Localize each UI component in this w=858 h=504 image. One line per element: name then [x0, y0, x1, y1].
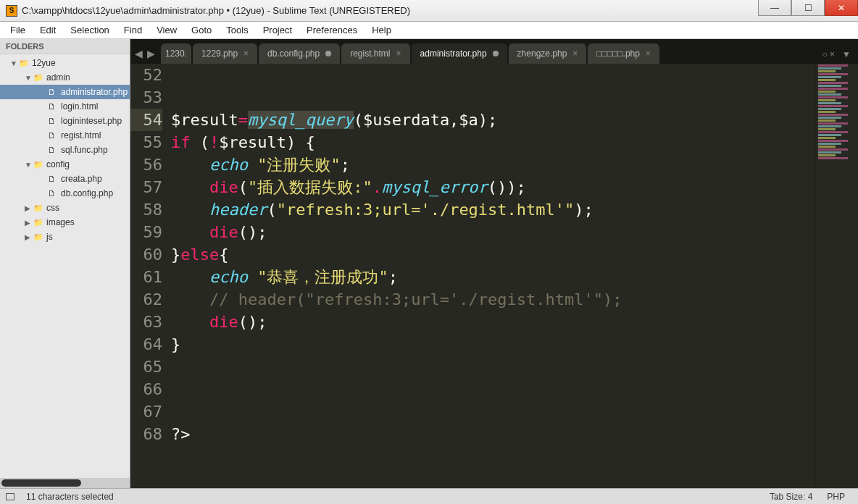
- tree-item[interactable]: ▼📁12yue: [0, 56, 130, 70]
- status-selection: 11 characters selected: [19, 492, 121, 502]
- app-icon: S: [6, 5, 17, 17]
- tab-close-icon[interactable]: ×: [396, 49, 401, 59]
- menu-file[interactable]: File: [3, 22, 33, 38]
- code-lines[interactable]: $result=mysql_query($userdata,$a);if (!$…: [171, 64, 815, 488]
- line-gutter[interactable]: 5253545556575859606162636465666768: [130, 64, 171, 488]
- titlebar: S C:\xampp\htdocs\12yue\admin\administra…: [0, 0, 858, 22]
- tab-close-icon[interactable]: ×: [646, 49, 651, 59]
- tab-menu-icon[interactable]: ▼: [842, 49, 858, 64]
- minimap[interactable]: [815, 64, 858, 488]
- tree-item[interactable]: 🗋creata.php: [0, 172, 130, 186]
- menu-preferences[interactable]: Preferences: [299, 22, 365, 38]
- main-area: FOLDERS ▼📁12yue▼📁admin🗋administrator.php…: [0, 39, 858, 488]
- window-title: C:\xampp\htdocs\12yue\admin\administrato…: [22, 5, 758, 16]
- sidebar-header: FOLDERS: [0, 39, 130, 54]
- tab-close-icon[interactable]: ×: [572, 49, 578, 59]
- tab[interactable]: regist.html×: [341, 43, 409, 64]
- close-button[interactable]: ✕: [825, 0, 858, 16]
- tree-item[interactable]: 🗋login.html: [0, 99, 130, 114]
- menu-help[interactable]: Help: [365, 22, 399, 38]
- tab[interactable]: administrator.php: [412, 43, 507, 64]
- panel-icon[interactable]: [6, 493, 14, 500]
- tree-item[interactable]: 🗋sql.func.php: [0, 143, 130, 157]
- sidebar-scrollbar[interactable]: [0, 478, 130, 488]
- nav-back-icon[interactable]: ◀: [135, 48, 143, 59]
- tree-item[interactable]: ▶📁css: [0, 201, 130, 215]
- folder-tree[interactable]: ▼📁12yue▼📁admin🗋administrator.php🗋login.h…: [0, 54, 130, 478]
- maximize-button[interactable]: ☐: [791, 0, 825, 16]
- menu-edit[interactable]: Edit: [33, 22, 63, 38]
- status-syntax[interactable]: PHP: [820, 492, 852, 502]
- menubar: FileEditSelectionFindViewGotoToolsProjec…: [0, 22, 858, 39]
- minimize-button[interactable]: —: [758, 0, 791, 16]
- window-controls: — ☐ ✕: [758, 0, 858, 21]
- tree-item[interactable]: 🗋regist.html: [0, 128, 130, 143]
- code-area[interactable]: 5253545556575859606162636465666768 $resu…: [130, 64, 858, 488]
- tab[interactable]: □□□□□.php×: [588, 43, 659, 64]
- tree-item[interactable]: 🗋administrator.php: [0, 85, 130, 99]
- menu-find[interactable]: Find: [117, 22, 149, 38]
- tab[interactable]: zhengze.php×: [509, 43, 587, 64]
- menu-view[interactable]: View: [149, 22, 184, 38]
- menu-goto[interactable]: Goto: [184, 22, 219, 38]
- tree-item[interactable]: ▼📁admin: [0, 70, 130, 85]
- tab[interactable]: db.config.php: [259, 43, 340, 64]
- editor-pane: ◀ ▶ 1230.1229.php×db.config.phpregist.ht…: [130, 39, 858, 488]
- tree-item[interactable]: ▶📁images: [0, 215, 130, 230]
- tree-item[interactable]: ▼📁config: [0, 157, 130, 172]
- statusbar: 11 characters selected Tab Size: 4 PHP: [0, 488, 858, 504]
- tab-overflow-icon[interactable]: ○ ×: [822, 49, 843, 64]
- sidebar: FOLDERS ▼📁12yue▼📁admin🗋administrator.php…: [0, 39, 130, 488]
- nav-fwd-icon[interactable]: ▶: [147, 48, 155, 59]
- dirty-icon: [325, 51, 331, 56]
- tree-item[interactable]: ▶📁js: [0, 230, 130, 244]
- tab-nav-arrows[interactable]: ◀ ▶: [135, 48, 161, 64]
- tab[interactable]: 1230.: [161, 43, 191, 64]
- tab[interactable]: 1229.php×: [193, 43, 257, 64]
- menu-tools[interactable]: Tools: [219, 22, 255, 38]
- tree-item[interactable]: 🗋db.config.php: [0, 186, 130, 201]
- tree-item[interactable]: 🗋logininteset.php: [0, 114, 130, 128]
- dirty-icon: [493, 51, 499, 56]
- status-tabsize[interactable]: Tab Size: 4: [762, 492, 820, 502]
- menu-project[interactable]: Project: [256, 22, 299, 38]
- tab-close-icon[interactable]: ×: [243, 49, 249, 59]
- menu-selection[interactable]: Selection: [63, 22, 116, 38]
- tab-strip: ◀ ▶ 1230.1229.php×db.config.phpregist.ht…: [130, 39, 858, 64]
